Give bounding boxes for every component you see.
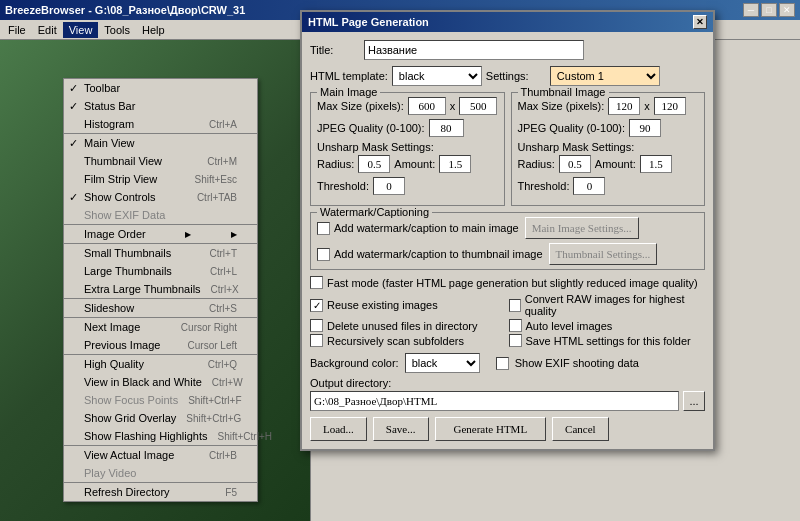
- menu-previmage[interactable]: Previous Image Cursor Left: [64, 336, 257, 354]
- show-exif-cb[interactable]: [496, 357, 509, 370]
- auto-level-row: Auto level images: [509, 319, 706, 332]
- add-main-watermark-label[interactable]: Add watermark/caption to main image: [317, 222, 519, 235]
- main-radius-row: Radius: Amount:: [317, 155, 498, 173]
- menu-mainview[interactable]: ✓ Main View: [64, 134, 257, 152]
- reuse-images-cb[interactable]: [310, 299, 323, 312]
- title-input[interactable]: [364, 40, 584, 60]
- title-label: Title:: [310, 44, 360, 56]
- menu-statusbar[interactable]: ✓ Status Bar: [64, 97, 257, 115]
- thumb-amount-input[interactable]: [640, 155, 672, 173]
- close-button[interactable]: ✕: [779, 3, 795, 17]
- menu-toolbar[interactable]: ✓ Toolbar: [64, 79, 257, 97]
- menu-actualimage[interactable]: View Actual Image Ctrl+B: [64, 446, 257, 464]
- menu-view[interactable]: View: [63, 22, 99, 38]
- convert-raw-cb[interactable]: [509, 299, 521, 312]
- menu-section-view1: ✓ Toolbar ✓ Status Bar Histogram Ctrl+A: [64, 79, 257, 134]
- main-threshold-label: Threshold:: [317, 180, 369, 192]
- delete-unused-cb[interactable]: [310, 319, 323, 332]
- menu-small-thumbnails[interactable]: Small Thumbnails Ctrl+T: [64, 244, 257, 262]
- thumb-jpeg-input[interactable]: [629, 119, 661, 137]
- menu-section-quality: High Quality Ctrl+Q View in Black and Wh…: [64, 355, 257, 446]
- menu-file[interactable]: File: [2, 22, 32, 38]
- menu-bw[interactable]: View in Black and White Ctrl+W: [64, 373, 257, 391]
- thumb-x-sep: x: [644, 100, 650, 112]
- thumbnail-image-group: Thumbnail Image Max Size (pixels): x JPE…: [511, 92, 706, 206]
- load-button[interactable]: Load...: [310, 417, 367, 441]
- menu-section-view2: ✓ Main View Thumbnail View Ctrl+M Film S…: [64, 134, 257, 225]
- save-html-cb[interactable]: [509, 334, 522, 347]
- settings-select[interactable]: Custom 1: [550, 66, 660, 86]
- fast-mode-cb[interactable]: [310, 276, 323, 289]
- main-threshold-row: Threshold:: [317, 177, 498, 195]
- thumb-width-input[interactable]: [608, 97, 640, 115]
- menu-playvideo: Play Video: [64, 464, 257, 482]
- menu-section-refresh: Refresh Directory F5: [64, 483, 257, 501]
- html-generation-dialog: HTML Page Generation ✕ Title: HTML templ…: [300, 10, 715, 451]
- thumb-jpeg-row: JPEG Quality (0-100):: [518, 119, 699, 137]
- menu-large-thumbnails[interactable]: Large Thumbnails Ctrl+L: [64, 262, 257, 280]
- save-button[interactable]: Save...: [373, 417, 429, 441]
- thumb-maxsize-row: Max Size (pixels): x: [518, 97, 699, 115]
- output-label: Output directory:: [310, 377, 705, 389]
- template-label: HTML template:: [310, 70, 388, 82]
- thumbnail-settings-btn[interactable]: Thumbnail Settings...: [549, 243, 658, 265]
- menu-flashhighlights[interactable]: Show Flashing Highlights Shift+Ctrl+H: [64, 427, 257, 445]
- watermark-group: Watermark/Captioning Add watermark/capti…: [310, 212, 705, 270]
- bg-color-select[interactable]: black: [405, 353, 480, 373]
- menu-section-order: Image Order ▶: [64, 225, 257, 244]
- thumb-height-input[interactable]: [654, 97, 686, 115]
- main-maxsize-label: Max Size (pixels):: [317, 100, 404, 112]
- dialog-title-bar: HTML Page Generation ✕: [302, 12, 713, 32]
- main-image-settings-btn[interactable]: Main Image Settings...: [525, 217, 639, 239]
- main-threshold-input[interactable]: [373, 177, 405, 195]
- thumb-radius-input[interactable]: [559, 155, 591, 173]
- recursive-cb[interactable]: [310, 334, 323, 347]
- minimize-button[interactable]: ─: [743, 3, 759, 17]
- browse-button[interactable]: ...: [683, 391, 705, 411]
- image-settings-row: Main Image Max Size (pixels): x JPEG Qua…: [310, 92, 705, 212]
- thumb-threshold-input[interactable]: [573, 177, 605, 195]
- add-thumb-watermark-cb[interactable]: [317, 248, 330, 261]
- main-height-input[interactable]: [459, 97, 497, 115]
- menu-histogram[interactable]: Histogram Ctrl+A: [64, 115, 257, 133]
- dialog-close-button[interactable]: ✕: [693, 15, 707, 29]
- main-jpeg-label: JPEG Quality (0-100):: [317, 122, 425, 134]
- menu-tools[interactable]: Tools: [98, 22, 136, 38]
- thumb-threshold-row: Threshold:: [518, 177, 699, 195]
- main-radius-input[interactable]: [358, 155, 390, 173]
- image-area: ✓ Toolbar ✓ Status Bar Histogram Ctrl+A: [0, 40, 310, 521]
- add-thumb-watermark-label[interactable]: Add watermark/caption to thumbnail image: [317, 248, 543, 261]
- menu-help[interactable]: Help: [136, 22, 171, 38]
- save-html-label: Save HTML settings for this folder: [526, 335, 691, 347]
- delete-unused-row: Delete unused files in directory: [310, 319, 507, 332]
- add-main-watermark-cb[interactable]: [317, 222, 330, 235]
- main-content: ✓ Toolbar ✓ Status Bar Histogram Ctrl+A: [0, 40, 800, 521]
- menu-filmstrip[interactable]: Film Strip View Shift+Esc: [64, 170, 257, 188]
- auto-level-cb[interactable]: [509, 319, 522, 332]
- main-unsharp-label: Unsharp Mask Settings:: [317, 141, 498, 153]
- main-amount-input[interactable]: [439, 155, 471, 173]
- main-width-input[interactable]: [408, 97, 446, 115]
- menu-slideshow[interactable]: Slideshow Ctrl+S: [64, 299, 257, 317]
- output-directory-input[interactable]: [310, 391, 679, 411]
- menu-highquality[interactable]: High Quality Ctrl+Q: [64, 355, 257, 373]
- menu-xl-thumbnails[interactable]: Extra Large Thumbnails Ctrl+X: [64, 280, 257, 298]
- menu-thumbview[interactable]: Thumbnail View Ctrl+M: [64, 152, 257, 170]
- maximize-button[interactable]: □: [761, 3, 777, 17]
- main-jpeg-input[interactable]: [429, 119, 464, 137]
- menu-refresh[interactable]: Refresh Directory F5: [64, 483, 257, 501]
- menu-imageorder[interactable]: Image Order ▶: [64, 225, 257, 243]
- menu-edit[interactable]: Edit: [32, 22, 63, 38]
- template-select[interactable]: black: [392, 66, 482, 86]
- menu-section-nav: Next Image Cursor Right Previous Image C…: [64, 318, 257, 355]
- menu-showcontrols[interactable]: ✓ Show Controls Ctrl+TAB: [64, 188, 257, 206]
- background-row: Background color: black Show EXIF shooti…: [310, 353, 705, 373]
- menu-nextimage[interactable]: Next Image Cursor Right: [64, 318, 257, 336]
- add-thumb-watermark-text: Add watermark/caption to thumbnail image: [334, 248, 543, 260]
- menu-gridoverlay[interactable]: Show Grid Overlay Shift+Ctrl+G: [64, 409, 257, 427]
- thumb-unsharp-label: Unsharp Mask Settings:: [518, 141, 699, 153]
- main-radius-label: Radius:: [317, 158, 354, 170]
- cancel-button[interactable]: Cancel: [552, 417, 609, 441]
- menu-section-slideshow: Slideshow Ctrl+S: [64, 299, 257, 318]
- generate-html-button[interactable]: Generate HTML: [435, 417, 547, 441]
